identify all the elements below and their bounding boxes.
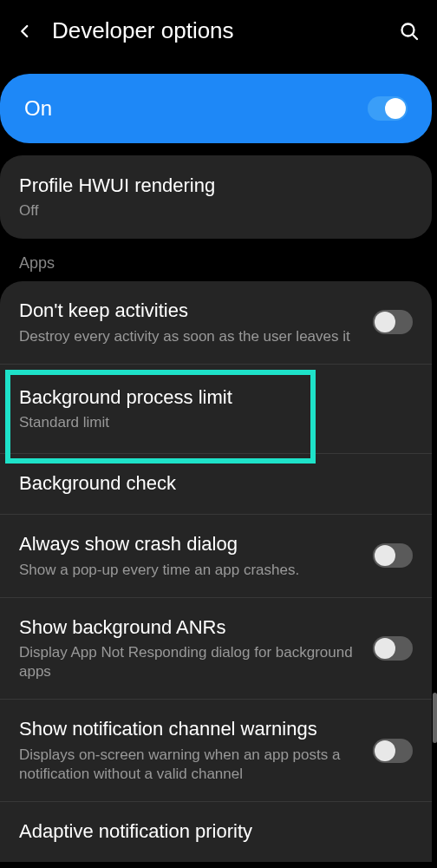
list-item-sub: Destroy every activity as soon as the us… [19,327,359,346]
profile-hwui-card: Profile HWUI rendering Off [0,155,432,239]
dont-keep-activities-toggle[interactable] [373,310,413,334]
list-item-sub: Standard limit [19,413,413,432]
master-toggle-card[interactable]: On [0,74,432,143]
list-item-title: Show background ANRs [19,615,359,641]
apps-list-card: Don't keep activities Destroy every acti… [0,281,432,862]
always-show-crash-dialog-item[interactable]: Always show crash dialog Show a pop-up e… [0,515,432,598]
adaptive-notification-priority-item[interactable]: Adaptive notification priority [0,802,432,862]
toggle-knob [375,312,395,332]
header-bar: Developer options [0,0,437,65]
show-background-anrs-item[interactable]: Show background ANRs Display App Not Res… [0,598,432,700]
list-item-sub: Display App Not Responding dialog for ba… [19,643,359,681]
list-item-text: Don't keep activities Destroy every acti… [19,299,359,346]
list-item-text: Show background ANRs Display App Not Res… [19,615,359,682]
notification-channel-warnings-item[interactable]: Show notification channel warnings Displ… [0,700,432,802]
dont-keep-activities-item[interactable]: Don't keep activities Destroy every acti… [0,281,432,365]
background-process-limit-item[interactable]: Background process limit Standard limit [0,365,432,455]
notification-warnings-toggle[interactable] [373,739,413,763]
page-title: Developer options [52,17,380,44]
list-item-title: Background process limit [19,385,413,411]
master-toggle-switch[interactable] [368,96,408,121]
svg-line-1 [413,35,417,39]
list-item-title: Show notification channel warnings [19,717,359,742]
list-item-title: Don't keep activities [19,299,359,324]
back-icon[interactable] [17,23,33,39]
list-item-text: Show notification channel warnings Displ… [19,717,359,784]
list-item-text: Adaptive notification priority [19,819,413,845]
scrollbar[interactable] [433,693,437,743]
list-item-text: Background check [19,471,413,496]
apps-section-header: Apps [0,239,437,281]
list-item-title: Adaptive notification priority [19,819,413,845]
profile-hwui-item[interactable]: Profile HWUI rendering Off [0,157,432,237]
list-item-title: Background check [19,471,413,496]
search-icon[interactable] [399,21,420,42]
toggle-knob [375,638,395,659]
list-item-sub: Displays on-screen warning when an app p… [19,746,359,784]
profile-hwui-sub: Off [19,202,413,220]
profile-hwui-title: Profile HWUI rendering [19,174,413,197]
crash-dialog-toggle[interactable] [373,543,413,568]
list-item-sub: Show a pop-up every time an app crashes. [19,561,359,580]
list-item-text: Background process limit Standard limit [19,385,413,433]
background-anrs-toggle[interactable] [373,636,413,661]
toggle-knob [385,98,406,119]
background-check-item[interactable]: Background check [0,454,432,515]
list-item-text: Always show crash dialog Show a pop-up e… [19,532,359,580]
toggle-knob [375,545,395,566]
list-item-title: Always show crash dialog [19,532,359,557]
toggle-knob [375,740,395,761]
master-toggle-label: On [24,96,52,121]
